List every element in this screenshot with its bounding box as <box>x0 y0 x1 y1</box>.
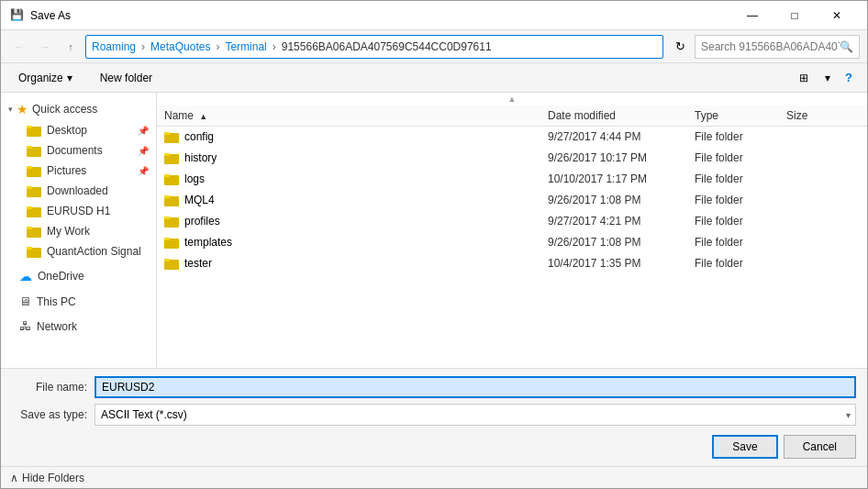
search-input[interactable] <box>701 40 840 53</box>
file-date-cell: 9/27/2017 4:21 PM <box>548 215 695 228</box>
address-bar[interactable]: Roaming › MetaQuotes › Terminal › 915566… <box>85 35 663 59</box>
svg-rect-24 <box>164 217 170 219</box>
filename-input[interactable] <box>95 376 856 398</box>
file-type-cell: File folder <box>695 151 786 164</box>
table-row[interactable]: tester 10/4/2017 1:35 PM File folder <box>157 253 867 274</box>
sidebar-item-documents[interactable]: Documents 📌 <box>1 140 156 161</box>
col-header-size[interactable]: Size <box>786 109 860 122</box>
quantaction-label: QuantAction Signal <box>47 245 141 258</box>
folder-icon <box>164 257 179 270</box>
svg-rect-20 <box>164 174 170 177</box>
address-crumb-metaquotes[interactable]: MetaQuotes <box>150 40 210 53</box>
table-row[interactable]: history 9/26/2017 10:17 PM File folder <box>157 148 867 169</box>
folder-icon <box>164 194 179 206</box>
svg-rect-16 <box>164 132 170 135</box>
toolbar: ← → ↑ Roaming › MetaQuotes › Terminal › … <box>1 30 867 63</box>
svg-rect-22 <box>164 195 170 198</box>
col-header-type[interactable]: Type <box>695 109 786 122</box>
table-row[interactable]: logs 10/10/2017 1:17 PM File folder <box>157 169 867 190</box>
svg-rect-2 <box>27 126 32 128</box>
up-button[interactable]: ↑ <box>60 36 82 58</box>
hide-folders-button[interactable]: ∧ Hide Folders <box>10 472 84 484</box>
svg-rect-4 <box>27 146 32 149</box>
save-as-dialog: 💾 Save As — □ ✕ ← → ↑ Roaming › MetaQuot… <box>0 0 868 489</box>
quick-access-section: ▾ ★ Quick access Desktop 📌 <box>1 96 156 263</box>
sidebar-item-downloaded[interactable]: Downloaded <box>1 181 156 201</box>
quick-access-label: Quick access <box>32 103 97 116</box>
table-row[interactable]: config 9/27/2017 4:44 PM File folder <box>157 127 867 148</box>
pc-icon: 🖥 <box>19 295 31 308</box>
search-box[interactable]: 🔍 <box>695 35 860 59</box>
back-button[interactable]: ← <box>8 36 30 58</box>
file-date-cell: 9/26/2017 1:08 PM <box>548 236 695 249</box>
new-folder-button[interactable]: New folder <box>90 67 162 89</box>
organize-chevron-icon: ▾ <box>67 72 72 84</box>
help-button[interactable]: ? <box>838 67 860 89</box>
sidebar-item-eurusd[interactable]: EURUSD H1 <box>1 201 156 221</box>
savetype-wrapper: ASCII Text (*.csv) ▾ <box>95 404 856 426</box>
minimize-button[interactable]: — <box>731 2 773 29</box>
action-bar: Organize ▾ New folder ⊞ ▾ ? <box>1 63 867 93</box>
table-row[interactable]: profiles 9/27/2017 4:21 PM File folder <box>157 211 867 232</box>
folder-icon <box>164 236 179 249</box>
file-name-cell: MQL4 <box>164 194 548 206</box>
folder-icon <box>27 164 41 177</box>
sidebar-item-thispc[interactable]: 🖥 This PC <box>1 291 156 312</box>
thispc-label: This PC <box>37 295 76 308</box>
file-name-cell: profiles <box>164 215 548 228</box>
file-name-cell: templates <box>164 236 548 249</box>
folder-icon <box>27 144 41 157</box>
mywork-label: My Work <box>47 225 90 238</box>
scroll-up[interactable]: ▲ <box>157 93 867 106</box>
pin-icon: 📌 <box>138 166 149 176</box>
list-header: Name ▲ Date modified Type Size <box>157 106 867 127</box>
sidebar-item-network[interactable]: 🖧 Network <box>1 316 156 337</box>
address-crumb-terminal[interactable]: Terminal <box>225 40 266 53</box>
sidebar-item-quantaction[interactable]: QuantAction Signal <box>1 241 156 261</box>
sidebar-item-onedrive[interactable]: ☁ OneDrive <box>1 265 156 287</box>
address-current: 915566BA06ADA407569C544CC0D97611 <box>282 40 492 53</box>
quick-access-header[interactable]: ▾ ★ Quick access <box>1 98 156 120</box>
folder-icon <box>27 225 41 238</box>
close-button[interactable]: ✕ <box>816 2 858 29</box>
documents-label: Documents <box>47 144 103 157</box>
savetype-select[interactable]: ASCII Text (*.csv) <box>95 404 856 426</box>
table-row[interactable]: MQL4 9/26/2017 1:08 PM File folder <box>157 190 867 211</box>
hide-folders-label: Hide Folders <box>22 472 84 484</box>
filename-row: File name: <box>12 376 856 398</box>
sidebar-item-mywork[interactable]: My Work <box>1 221 156 241</box>
address-crumb-roaming[interactable]: Roaming <box>92 40 136 53</box>
svg-rect-12 <box>27 227 32 229</box>
file-type-cell: File folder <box>695 172 786 185</box>
sort-arrow-icon: ▲ <box>199 112 207 121</box>
sidebar-item-pictures[interactable]: Pictures 📌 <box>1 161 156 181</box>
col-header-name[interactable]: Name ▲ <box>164 109 548 122</box>
view-icon: ⊞ <box>799 72 808 84</box>
refresh-button[interactable]: ↻ <box>669 36 691 58</box>
onedrive-icon: ☁ <box>19 269 32 283</box>
address-sep-3: › <box>273 40 276 53</box>
svg-rect-8 <box>27 186 32 189</box>
save-button[interactable]: Save <box>712 435 777 459</box>
file-name-cell: config <box>164 130 548 143</box>
onedrive-label: OneDrive <box>38 270 84 283</box>
organize-button[interactable]: Organize ▾ <box>8 67 83 89</box>
svg-rect-10 <box>27 206 32 209</box>
view-dropdown-icon[interactable]: ▾ <box>825 72 830 84</box>
folder-icon <box>164 172 179 185</box>
cancel-button[interactable]: Cancel <box>784 435 856 459</box>
folder-icon <box>164 215 179 228</box>
file-type-cell: File folder <box>695 257 786 270</box>
file-type-cell: File folder <box>695 215 786 228</box>
window-icon: 💾 <box>10 8 25 23</box>
sidebar-item-desktop[interactable]: Desktop 📌 <box>1 120 156 140</box>
table-row[interactable]: templates 9/26/2017 1:08 PM File folder <box>157 232 867 253</box>
col-header-date[interactable]: Date modified <box>548 109 695 122</box>
bottom-bar: File name: Save as type: ASCII Text (*.c… <box>1 368 867 466</box>
maximize-button[interactable]: □ <box>773 2 816 29</box>
view-button[interactable]: ⊞ <box>790 67 818 89</box>
svg-rect-26 <box>164 238 170 240</box>
forward-button[interactable]: → <box>34 36 56 58</box>
file-date-cell: 10/4/2017 1:35 PM <box>548 257 695 270</box>
new-folder-label: New folder <box>100 72 152 84</box>
